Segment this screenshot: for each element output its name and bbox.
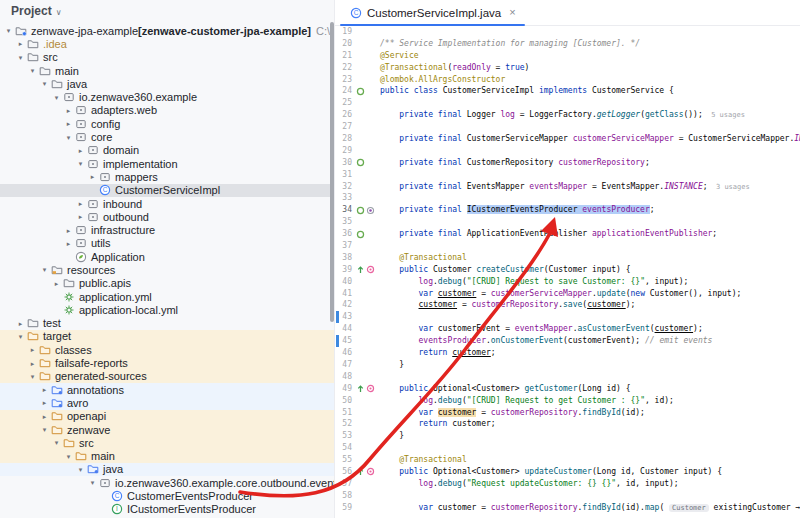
chevron-right-icon[interactable]: ▸ xyxy=(15,40,26,47)
chevron-down-icon[interactable]: ▾ xyxy=(39,266,50,273)
bean-icon[interactable] xyxy=(356,230,365,239)
code-line[interactable]: 41 var customer = customerServiceMapper.… xyxy=(335,288,800,300)
code-area[interactable]: 1920/** Service Implementation for manag… xyxy=(335,26,800,514)
chevron-right-icon[interactable]: ▸ xyxy=(39,413,50,420)
bean-icon[interactable] xyxy=(356,158,365,167)
tree-item[interactable]: IICustomerEventsProducer xyxy=(0,503,334,516)
code-line[interactable]: 44 var customerEvent = eventsMapper.asCu… xyxy=(335,323,800,335)
tree-item[interactable]: ▾src xyxy=(0,436,334,449)
tree-item[interactable]: ▸mappers xyxy=(0,170,334,183)
chevron-down-icon[interactable]: ▾ xyxy=(39,426,50,433)
code-line[interactable]: 51 var customer = customerRepository.fin… xyxy=(335,407,800,419)
close-tab-icon[interactable]: × xyxy=(509,7,515,18)
chevron-right-icon[interactable]: ▸ xyxy=(75,213,86,220)
code-line[interactable]: 23@lombok.AllArgsConstructor xyxy=(335,74,800,86)
chevron-right-icon[interactable]: ▸ xyxy=(87,173,98,180)
chevron-down-icon[interactable]: ▾ xyxy=(63,134,74,141)
tree-item[interactable]: ▸avro xyxy=(0,396,334,409)
chevron-right-icon[interactable]: ▸ xyxy=(39,399,50,406)
tree-item[interactable]: ▸domain xyxy=(0,144,334,157)
code-line[interactable]: 36 private final ApplicationEventPublish… xyxy=(335,228,800,240)
code-line[interactable]: 28 private final CustomerServiceMapper c… xyxy=(335,133,800,145)
chevron-right-icon[interactable]: ▸ xyxy=(27,360,38,367)
code-line[interactable]: 29 xyxy=(335,145,800,157)
code-line[interactable]: 21@Service xyxy=(335,50,800,62)
code-line[interactable]: 20/** Service Implementation for managin… xyxy=(335,38,800,50)
chevron-down-icon[interactable]: ▾ xyxy=(27,67,38,74)
code-line[interactable]: 43 xyxy=(335,311,800,323)
chevron-right-icon[interactable]: ▸ xyxy=(39,386,50,393)
code-line[interactable]: 45 eventsProducer.onCustomerEvent(custom… xyxy=(335,335,800,347)
code-line[interactable]: 53 } xyxy=(335,430,800,442)
code-line[interactable]: 38 @Transactional xyxy=(335,252,800,264)
tree-item[interactable]: ▾zenwave xyxy=(0,423,334,436)
chevron-right-icon[interactable]: ▸ xyxy=(51,280,62,287)
code-line[interactable]: 34 private final ICustomerEventsProducer… xyxy=(335,204,800,216)
code-line[interactable]: 26 private final Logger log = LoggerFact… xyxy=(335,109,800,121)
tree-item[interactable]: ▸utils xyxy=(0,237,334,250)
project-scrollbar-thumb[interactable] xyxy=(330,22,334,322)
impl-icon[interactable] xyxy=(356,384,365,393)
code-line[interactable]: 27 xyxy=(335,121,800,133)
tree-item[interactable]: ▾main xyxy=(0,64,334,77)
code-line[interactable]: 58 xyxy=(335,490,800,502)
tree-item[interactable]: ▸infrastructure xyxy=(0,223,334,236)
tree-item[interactable]: ▸classes xyxy=(0,343,334,356)
code-line[interactable]: 49 public Optional<Customer> getCustomer… xyxy=(335,383,800,395)
tree-item[interactable]: ▾core xyxy=(0,130,334,143)
chevron-down-icon[interactable]: ▾ xyxy=(75,160,86,167)
tree-item[interactable]: ▾io.zenwave360.example.core.outbound.eve… xyxy=(0,476,334,489)
chevron-right-icon[interactable]: ▸ xyxy=(63,107,74,114)
code-line[interactable]: 40 log.debug("[CRUD] Request to save Cus… xyxy=(335,276,800,288)
impl-icon[interactable] xyxy=(356,265,365,274)
chevron-down-icon[interactable]: ▾ xyxy=(75,466,86,473)
code-line[interactable]: 39 public Customer createCustomer(Custom… xyxy=(335,264,800,276)
code-line[interactable]: 48 xyxy=(335,371,800,383)
chevron-down-icon[interactable]: ▾ xyxy=(39,80,50,87)
tree-item[interactable]: ▾implementation xyxy=(0,157,334,170)
wire-icon[interactable] xyxy=(366,206,375,215)
tree-item[interactable]: ▸inbound xyxy=(0,197,334,210)
code-line[interactable]: 35 xyxy=(335,216,800,228)
code-line[interactable]: 32 private final EventsMapper eventsMapp… xyxy=(335,181,800,193)
tree-item[interactable]: CCustomerServiceImpl xyxy=(0,184,334,197)
tree-item[interactable]: ▾io.zenwave360.example xyxy=(0,90,334,103)
bean-icon[interactable] xyxy=(356,87,365,96)
chevron-right-icon[interactable]: ▸ xyxy=(75,147,86,154)
tree-item[interactable]: ▸test xyxy=(0,317,334,330)
chevron-right-icon[interactable]: ▸ xyxy=(63,240,74,247)
chevron-down-icon[interactable]: ▾ xyxy=(51,439,62,446)
code-line[interactable]: 47 } xyxy=(335,359,800,371)
tree-item[interactable]: ▾src xyxy=(0,51,334,64)
tree-item[interactable]: ▾zenwave-jpa-example [zenwave-customer-j… xyxy=(0,24,334,37)
tree-item[interactable]: ▸outbound xyxy=(0,210,334,223)
pink-icon[interactable] xyxy=(366,467,375,476)
tree-item[interactable]: ▾java xyxy=(0,77,334,90)
code-line[interactable]: 37 xyxy=(335,240,800,252)
chevron-down-icon[interactable]: ▾ xyxy=(87,479,98,486)
code-line[interactable]: 33 xyxy=(335,192,800,204)
code-line[interactable]: 56 public Optional<Customer> updateCusto… xyxy=(335,466,800,478)
chevron-right-icon[interactable]: ▸ xyxy=(63,227,74,234)
chevron-down-icon[interactable]: ▾ xyxy=(27,373,38,380)
tree-item[interactable]: ▸failsafe-reports xyxy=(0,356,334,369)
chevron-down-icon[interactable]: ▾ xyxy=(15,54,26,61)
chevron-down-icon[interactable]: ▾ xyxy=(3,27,14,34)
chevron-right-icon[interactable]: ▸ xyxy=(63,120,74,127)
pink-icon[interactable] xyxy=(366,384,375,393)
code-line[interactable]: 31 xyxy=(335,169,800,181)
chevron-right-icon[interactable]: ▸ xyxy=(75,200,86,207)
code-line[interactable]: 46 return customer; xyxy=(335,347,800,359)
chevron-right-icon[interactable]: ▸ xyxy=(15,320,26,327)
tree-item[interactable]: application-local.yml xyxy=(0,303,334,316)
code-line[interactable]: 22@Transactional(readOnly = true) xyxy=(335,62,800,74)
tree-item[interactable]: ▾resources xyxy=(0,263,334,276)
code-line[interactable]: 42 customer = customerRepository.save(cu… xyxy=(335,299,800,311)
code-line[interactable]: 54 xyxy=(335,442,800,454)
code-line[interactable]: 59 var customer = customerRepository.fin… xyxy=(335,502,800,514)
impl-icon[interactable] xyxy=(356,467,365,476)
tree-item[interactable]: ▾main xyxy=(0,450,334,463)
editor-tab-customerserviceimpl[interactable]: C CustomerServiceImpl.java × xyxy=(340,0,525,25)
chevron-down-icon[interactable]: ▾ xyxy=(63,453,74,460)
tree-item[interactable]: CCustomerEventsProducer xyxy=(0,489,334,502)
